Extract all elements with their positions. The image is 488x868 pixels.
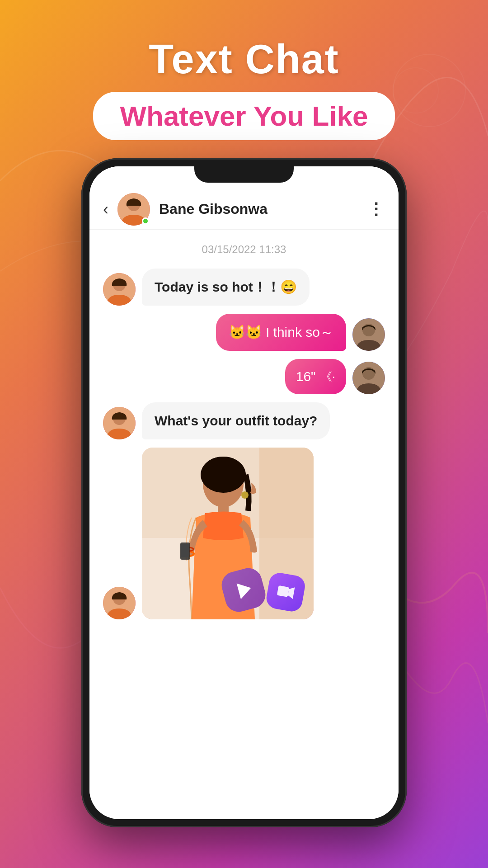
message-text: What's your outfit today? <box>155 413 317 428</box>
phone-screen: ‹ Bane Gibsonwa ⋮ 03/15/2022 <box>89 166 399 819</box>
female-avatar-icon-3 <box>103 587 136 619</box>
chat-area: 03/15/2022 11:33 Today is so hot！！😄 <box>89 230 399 797</box>
message-row: Today is so hot！！😄 <box>103 269 385 306</box>
video-icon-2 <box>275 582 296 603</box>
voice-wave-icon: 《· <box>320 368 335 385</box>
male-avatar-icon <box>352 318 385 351</box>
image-message-container[interactable] <box>142 448 314 619</box>
phone-mockup: ‹ Bane Gibsonwa ⋮ 03/15/2022 <box>81 158 407 827</box>
message-text: 🐱🐱 I think so～ <box>229 325 333 340</box>
message-row: 16" 《· <box>103 359 385 394</box>
page-title: Text Chat <box>0 36 488 83</box>
online-indicator <box>142 217 149 225</box>
female-avatar-icon <box>103 273 136 306</box>
header-section: Text Chat Whatever You Like <box>0 36 488 140</box>
play-triangle-icon <box>237 580 253 599</box>
video-overlay <box>223 570 305 610</box>
subtitle-container: Whatever You Like <box>93 92 395 140</box>
svg-point-19 <box>241 491 249 499</box>
message-timestamp: 03/15/2022 11:33 <box>103 243 385 256</box>
page-subtitle: Whatever You Like <box>120 100 368 132</box>
message-row-image <box>103 448 385 619</box>
sender-avatar <box>352 362 385 394</box>
notch <box>194 166 294 183</box>
contact-avatar-container <box>117 193 150 226</box>
video-button-2[interactable] <box>265 571 307 613</box>
shared-image <box>142 448 314 619</box>
voice-message-bubble: 16" 《· <box>285 359 346 394</box>
chat-header: ‹ Bane Gibsonwa ⋮ <box>89 189 399 230</box>
sender-avatar-3 <box>103 587 136 619</box>
voice-duration: 16" <box>296 367 316 386</box>
status-bar <box>89 166 399 189</box>
message-text: Today is so hot！！😄 <box>155 279 297 294</box>
sender-avatar <box>352 318 385 351</box>
message-bubble: What's your outfit today? <box>142 402 330 439</box>
message-row: What's your outfit today? <box>103 402 385 439</box>
sender-avatar-2 <box>103 407 136 439</box>
back-button[interactable]: ‹ <box>103 200 108 219</box>
message-bubble: 🐱🐱 I think so～ <box>216 314 346 351</box>
video-play-button[interactable] <box>219 565 268 615</box>
message-row: 🐱🐱 I think so～ <box>103 314 385 351</box>
message-bubble: Today is so hot！！😄 <box>142 269 310 306</box>
more-options-button[interactable]: ⋮ <box>368 200 385 219</box>
contact-name: Bane Gibsonwa <box>159 201 359 217</box>
female-avatar-icon-2 <box>103 407 136 439</box>
svg-rect-25 <box>277 585 289 597</box>
male-avatar-icon-2 <box>352 362 385 394</box>
sender-avatar <box>103 273 136 306</box>
svg-rect-24 <box>181 544 189 557</box>
